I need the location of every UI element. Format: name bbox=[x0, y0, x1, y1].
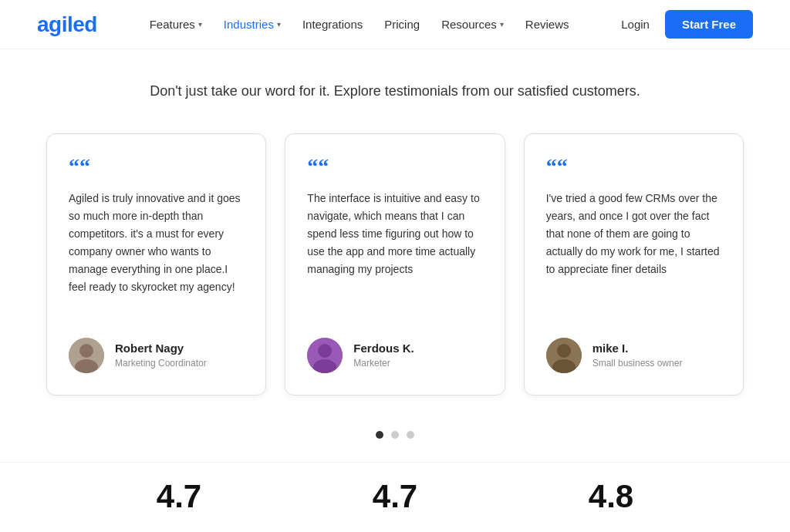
ratings-section: 4.7 4.7 4.8 bbox=[0, 462, 790, 532]
start-free-button[interactable]: Start Free bbox=[665, 10, 753, 39]
reviewer-role-1: Marketing Coordinator bbox=[115, 358, 207, 369]
reviewer-info-3: mike I. Small business owner bbox=[592, 342, 683, 369]
testimonial-card-1: ““ Agiled is truly innovative and it goe… bbox=[46, 133, 266, 396]
svg-point-7 bbox=[557, 344, 571, 358]
reviewer-2: Ferdous K. Marketer bbox=[307, 338, 482, 373]
nav-industries[interactable]: Industries▾ bbox=[224, 18, 281, 31]
dot-1[interactable] bbox=[376, 431, 383, 439]
testimonial-card-3: ““ I've tried a good few CRMs over the y… bbox=[524, 133, 744, 396]
reviewer-role-3: Small business owner bbox=[592, 358, 683, 369]
reviewer-info-1: Robert Nagy Marketing Coordinator bbox=[115, 342, 207, 369]
dot-3[interactable] bbox=[407, 431, 414, 439]
nav-resources[interactable]: Resources▾ bbox=[441, 18, 504, 31]
login-link[interactable]: Login bbox=[621, 18, 650, 31]
testimonial-text-2: The interface is intuitive and easy to n… bbox=[307, 190, 482, 319]
main-nav: Features▾ Industries▾ Integrations Prici… bbox=[150, 18, 569, 31]
avatar-3 bbox=[546, 338, 582, 373]
hero-description: Don't just take our word for it. Explore… bbox=[15, 80, 775, 103]
testimonial-text-3: I've tried a good few CRMs over the year… bbox=[546, 190, 721, 319]
rating-2: 4.7 bbox=[287, 478, 503, 515]
nav-integrations[interactable]: Integrations bbox=[302, 18, 363, 31]
hero-text-section: Don't just take our word for it. Explore… bbox=[0, 49, 790, 118]
nav-pricing[interactable]: Pricing bbox=[384, 18, 420, 31]
reviewer-name-1: Robert Nagy bbox=[115, 342, 207, 355]
site-header: agiled Features▾ Industries▾ Integration… bbox=[0, 0, 790, 49]
reviewer-info-2: Ferdous K. Marketer bbox=[353, 342, 414, 369]
nav-right: Login Start Free bbox=[621, 10, 753, 39]
dot-2[interactable] bbox=[391, 431, 399, 439]
rating-value-3: 4.8 bbox=[503, 478, 719, 515]
quote-mark-2: ““ bbox=[307, 156, 482, 177]
reviewer-name-3: mike I. bbox=[592, 342, 683, 355]
rating-1: 4.7 bbox=[71, 478, 287, 515]
svg-point-1 bbox=[79, 344, 93, 358]
testimonials-section: ““ Agiled is truly innovative and it goe… bbox=[0, 118, 790, 419]
quote-mark-1: ““ bbox=[69, 156, 244, 177]
reviewer-3: mike I. Small business owner bbox=[546, 338, 721, 373]
nav-reviews[interactable]: Reviews bbox=[525, 18, 569, 31]
svg-point-4 bbox=[318, 344, 332, 358]
avatar-2 bbox=[307, 338, 343, 373]
rating-value-2: 4.7 bbox=[287, 478, 503, 515]
quote-mark-3: ““ bbox=[546, 156, 721, 177]
logo: agiled bbox=[37, 12, 97, 37]
rating-value-1: 4.7 bbox=[71, 478, 287, 515]
nav-features[interactable]: Features▾ bbox=[150, 18, 202, 31]
testimonial-card-2: ““ The interface is intuitive and easy t… bbox=[285, 133, 505, 396]
reviewer-name-2: Ferdous K. bbox=[353, 342, 414, 355]
testimonial-text-1: Agiled is truly innovative and it goes s… bbox=[69, 190, 244, 319]
carousel-dots bbox=[0, 419, 790, 462]
reviewer-role-2: Marketer bbox=[353, 358, 414, 369]
rating-3: 4.8 bbox=[503, 478, 719, 515]
avatar-1 bbox=[69, 338, 104, 373]
reviewer-1: Robert Nagy Marketing Coordinator bbox=[69, 338, 244, 373]
